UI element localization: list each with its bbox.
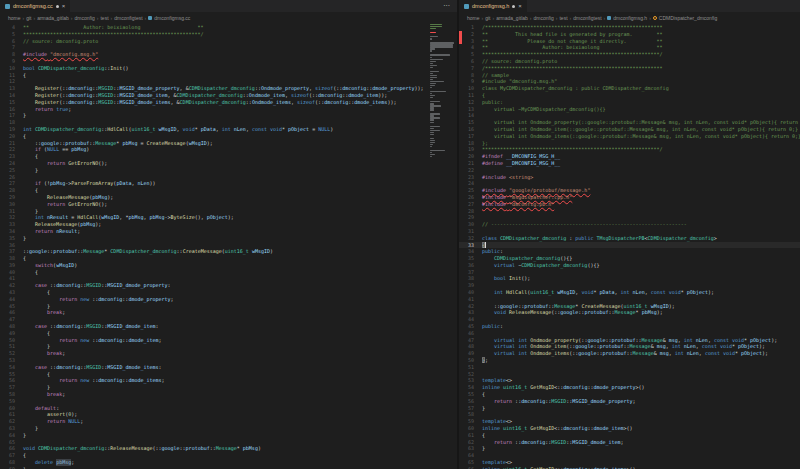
- code-line[interactable]: 62 return ::dmconfig::MSGID::MSGID_dmode…: [459, 439, 800, 446]
- code-line[interactable]: 61 assert(0);: [0, 411, 457, 418]
- code-line[interactable]: 20#ifndef __DMCONFIG_MSG_H__: [459, 153, 800, 160]
- code-line[interactable]: 47 virtual int Ondmode_property(::google…: [459, 337, 800, 344]
- breadcrumb-folder[interactable]: dmconfigtest: [573, 15, 601, 21]
- code-line[interactable]: 27#include "dmconfig.pb.h": [459, 201, 800, 208]
- code-line[interactable]: 23#include <string>: [459, 174, 800, 181]
- code-line[interactable]: 32class CDMDispatcher_dmconfig : public …: [459, 235, 800, 242]
- code-line[interactable]: 59template<>: [459, 418, 800, 425]
- breadcrumb-folder[interactable]: home: [467, 15, 480, 21]
- breadcrumb-file[interactable]: dmconfigmsg.h: [613, 15, 647, 21]
- code-line[interactable]: 19**************************************…: [459, 146, 800, 153]
- code-line[interactable]: 60inline uint16_t GetMsgID<::dmconfig::d…: [459, 425, 800, 432]
- code-line[interactable]: 42 case ::dmconfig::MSGID::MSGID_dmode_p…: [0, 282, 457, 289]
- code-line[interactable]: 14 Register(::dmconfig::MSGID::MSGID_dmo…: [0, 92, 457, 99]
- code-line[interactable]: 55 {: [0, 371, 457, 378]
- code-line[interactable]: 39 switch(wMsgID): [0, 262, 457, 269]
- code-line[interactable]: 43 {: [0, 289, 457, 296]
- breadcrumb-folder[interactable]: armada_gitlab: [37, 15, 69, 21]
- code-line[interactable]: 12: [0, 78, 457, 85]
- code-line[interactable]: 15 Register(::dmconfig::MSGID::MSGID_dmo…: [0, 99, 457, 106]
- code-line[interactable]: 2** This head file is generated by progr…: [459, 31, 800, 38]
- code-line[interactable]: 64: [459, 452, 800, 459]
- breadcrumb-symbol[interactable]: CDMDispatcher_dmconfig: [659, 15, 717, 21]
- code-line[interactable]: 5***************************************…: [0, 31, 457, 38]
- code-line[interactable]: 26#include "msgdispatcher.cpp.h": [459, 194, 800, 201]
- code-line[interactable]: 15 virtual int Ondmode_property(::google…: [459, 119, 800, 126]
- code-line[interactable]: 45public:: [459, 323, 800, 330]
- tab-dmconfigmsg.cc[interactable]: dmconfigmsg.cc×: [0, 0, 71, 12]
- code-line[interactable]: 10class MyCDMDispatcher_dmconfig : publi…: [459, 85, 800, 92]
- code-line[interactable]: 20{: [0, 133, 457, 140]
- code-line[interactable]: 13 virtual ~MyCDMDispatcher_dmconfig(){}: [459, 106, 800, 113]
- code-line[interactable]: 39: [459, 282, 800, 289]
- code-line[interactable]: 7: [0, 44, 457, 51]
- code-line[interactable]: 24 return GetErrorNO();: [0, 160, 457, 167]
- minimap[interactable]: [430, 24, 454, 158]
- code-line[interactable]: 8// sample: [459, 72, 800, 79]
- code-line[interactable]: 63 }: [0, 425, 457, 432]
- code-line[interactable]: 38 bool Init();: [459, 275, 800, 282]
- code-line[interactable]: 13 Register(::dmconfig::MSGID::MSGID_dmo…: [0, 85, 457, 92]
- code-line[interactable]: 11{: [0, 72, 457, 79]
- code-line[interactable]: 41: [459, 296, 800, 303]
- code-line[interactable]: 46 break;: [0, 309, 457, 316]
- code-line[interactable]: 62 return NULL;: [0, 418, 457, 425]
- code-line[interactable]: 35}: [0, 235, 457, 242]
- code-line[interactable]: 6// source: dmconfig.proto: [0, 38, 457, 45]
- code-line[interactable]: 31: [459, 228, 800, 235]
- code-line[interactable]: 58 break;: [0, 391, 457, 398]
- code-line[interactable]: 66void CDMDispatcher_dmconfig::ReleaseMe…: [0, 445, 457, 452]
- code-line[interactable]: 51: [459, 364, 800, 371]
- code-line[interactable]: 11{: [459, 92, 800, 99]
- code-line[interactable]: 53: [0, 357, 457, 364]
- breadcrumb-folder[interactable]: home: [8, 15, 21, 21]
- breadcrumb-folder[interactable]: test: [559, 15, 567, 21]
- code-line[interactable]: 44 return new ::dmconfig::dmode_property…: [0, 296, 457, 303]
- code-line[interactable]: 35 CDMDispatcher_dmconfig(){}: [459, 255, 800, 262]
- code-line[interactable]: 40 int HdlCall(uint16_t wMsgID, void* pD…: [459, 289, 800, 296]
- breadcrumb-folder[interactable]: armada_gitlab: [496, 15, 528, 21]
- code-line[interactable]: 10bool CDMDispatcher_dmconfig::Init(): [0, 65, 457, 72]
- code-line[interactable]: 36 virtual ~CDMDispatcher_dmconfig(){}: [459, 262, 800, 269]
- code-editor[interactable]: 1/**************************************…: [459, 24, 800, 469]
- code-line[interactable]: 17}: [0, 112, 457, 119]
- code-line[interactable]: 33{: [459, 242, 800, 249]
- code-line[interactable]: 56 return ::dmconfig::MSGID::MSGID_dmode…: [459, 398, 800, 405]
- code-line[interactable]: 30// -----------------------------------…: [459, 221, 800, 228]
- code-line[interactable]: 23 {: [0, 153, 457, 160]
- code-line[interactable]: 65template<>: [459, 459, 800, 466]
- code-line[interactable]: 38{: [0, 255, 457, 262]
- code-line[interactable]: 4** Author: beixiaolong **: [0, 24, 457, 31]
- close-icon[interactable]: ×: [62, 3, 66, 9]
- code-line[interactable]: 18};: [459, 140, 800, 147]
- code-line[interactable]: 57 }: [0, 384, 457, 391]
- code-line[interactable]: 37::google::protobuf::Message* CDMDispat…: [0, 248, 457, 255]
- code-line[interactable]: 44: [459, 316, 800, 323]
- code-line[interactable]: 52 break;: [0, 350, 457, 357]
- code-line[interactable]: 7/**************************************…: [459, 65, 800, 72]
- code-line[interactable]: 25 }: [0, 167, 457, 174]
- code-line[interactable]: 48 case ::dmconfig::MSGID::MSGID_dmode_i…: [0, 323, 457, 330]
- code-line[interactable]: 12public:: [459, 99, 800, 106]
- code-line[interactable]: 9#include "dmconfig.msg.h": [459, 78, 800, 85]
- code-line[interactable]: 26: [0, 174, 457, 181]
- code-line[interactable]: 53template<>: [459, 377, 800, 384]
- code-line[interactable]: 31 }: [0, 208, 457, 215]
- code-line[interactable]: 50};: [459, 357, 800, 364]
- code-line[interactable]: 54 case ::dmconfig::MSGID::MSGID_dmode_i…: [0, 364, 457, 371]
- code-line[interactable]: 42 ::google::protobuf::Message* CreateMe…: [459, 303, 800, 310]
- code-line[interactable]: 58: [459, 411, 800, 418]
- code-line[interactable]: 64}: [0, 432, 457, 439]
- code-line[interactable]: 29: [459, 214, 800, 221]
- code-line[interactable]: 4** Author: beixiaolong **: [459, 44, 800, 51]
- code-line[interactable]: 54inline uint16_t GetMsgID<::dmconfig::d…: [459, 384, 800, 391]
- code-line[interactable]: 48 virtual int Ondmode_item(::google::pr…: [459, 343, 800, 350]
- code-line[interactable]: 49 virtual int Ondmode_items(::google::p…: [459, 350, 800, 357]
- code-line[interactable]: 25#include "google/protobuf/message.h": [459, 187, 800, 194]
- code-line[interactable]: 68 delete pbMsg;: [0, 459, 457, 466]
- code-line[interactable]: 36: [0, 242, 457, 249]
- code-line[interactable]: 49 {: [0, 330, 457, 337]
- code-line[interactable]: 55{: [459, 391, 800, 398]
- code-line[interactable]: 24: [459, 180, 800, 187]
- code-line[interactable]: 14: [459, 112, 800, 119]
